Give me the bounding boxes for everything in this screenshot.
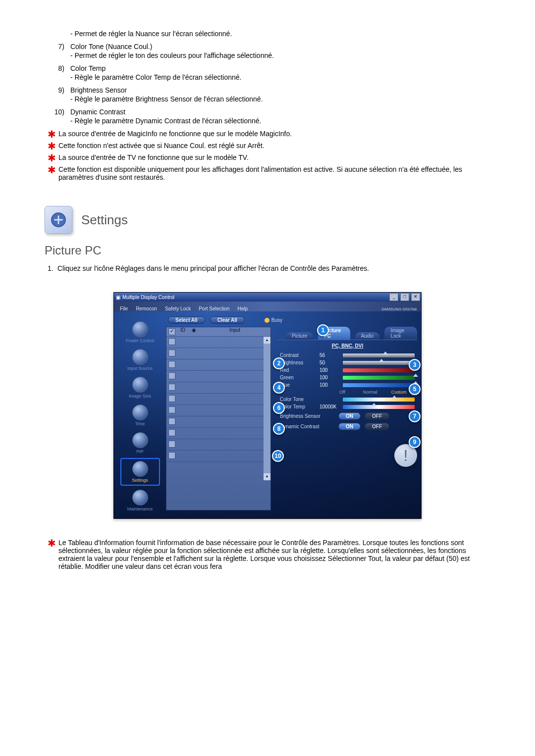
- row-contrast: Contrast 56: [280, 353, 415, 358]
- window-title: Multiple Display Control: [122, 295, 174, 300]
- menu-port-selection[interactable]: Port Selection: [195, 306, 233, 311]
- menu-safety-lock[interactable]: Safety Lock: [161, 306, 195, 311]
- note-row: ✱La source d'entrée de MagicInfo ne fonc…: [45, 130, 490, 139]
- note-row: ✱Cette fonction est disponible uniquemen…: [45, 165, 490, 181]
- table-row[interactable]: [166, 416, 264, 428]
- table-row[interactable]: [166, 451, 264, 462]
- tab-picture[interactable]: Picture: [286, 332, 313, 340]
- table-row[interactable]: [166, 371, 264, 382]
- callout-8: 8: [273, 423, 285, 435]
- sidebar: Power Control Input Source Image Size Ti…: [114, 311, 166, 513]
- callout-1: 1: [317, 324, 329, 336]
- star-icon: ✱: [45, 539, 58, 570]
- note-row: ✱La source d'entrée de TV ne fonctionne …: [45, 153, 490, 162]
- list-item: 8) Color Temp - Règle le paramètre Color…: [45, 64, 490, 81]
- callout-5: 5: [409, 383, 421, 395]
- slider-color-tone[interactable]: [342, 397, 415, 402]
- table-row[interactable]: [166, 394, 264, 405]
- section-header-settings: Settings: [45, 206, 490, 234]
- menu-remocon[interactable]: Remocon: [132, 306, 161, 311]
- row-checkbox[interactable]: [168, 406, 175, 413]
- list-item: 10) Dynamic Contrast - Règle le paramètr…: [45, 108, 490, 125]
- slider-blue[interactable]: [342, 383, 415, 388]
- scrollbar[interactable]: ▴▾: [264, 337, 270, 480]
- source-icon: [132, 349, 148, 365]
- row-checkbox[interactable]: [168, 441, 175, 448]
- sidebar-item-maintenance[interactable]: Maintenance: [121, 488, 159, 513]
- sidebar-item-image-size[interactable]: Image Size: [121, 375, 159, 401]
- dynamic-contrast-on-button[interactable]: ON: [338, 423, 361, 430]
- busy-dot-icon: [265, 318, 269, 323]
- display-table: ID ◉ Input: [166, 327, 271, 510]
- slider-contrast[interactable]: [342, 353, 415, 358]
- brightness-sensor-on-button[interactable]: ON: [338, 412, 361, 420]
- callout-2: 2: [273, 357, 285, 369]
- sidebar-item-time[interactable]: Time: [121, 403, 159, 428]
- table-row[interactable]: [166, 359, 264, 371]
- slider-green[interactable]: [342, 375, 415, 380]
- close-button[interactable]: ✕: [411, 293, 420, 301]
- brightness-sensor-off-button[interactable]: OFF: [365, 412, 389, 420]
- table-row[interactable]: [166, 439, 264, 451]
- panel-subheading: PC, BNC, DVI: [280, 343, 415, 351]
- row-checkbox[interactable]: [168, 418, 175, 425]
- table-row[interactable]: [166, 428, 264, 439]
- brand-text: SAMSUNG DIGITall: [381, 307, 419, 311]
- sidebar-item-settings[interactable]: Settings: [120, 458, 160, 486]
- power-icon: [132, 321, 148, 337]
- page-container: - Permet de régler la Nuance sur l'écran…: [45, 30, 490, 570]
- header-checkbox: [168, 328, 175, 335]
- star-icon: ✱: [45, 153, 58, 162]
- row-checkbox[interactable]: [168, 372, 175, 379]
- row-color-temp: Color Temp 10000K: [280, 404, 415, 409]
- sidebar-item-input-source[interactable]: Input Source: [121, 347, 159, 373]
- row-color-tone: Color Tone: [280, 397, 415, 402]
- table-row[interactable]: [166, 337, 264, 348]
- title-bar: ▣ Multiple Display Control _ □ ✕: [114, 293, 421, 302]
- row-checkbox[interactable]: [168, 338, 175, 345]
- row-checkbox[interactable]: [168, 361, 175, 368]
- slider-color-temp[interactable]: [342, 404, 415, 409]
- upper-list: - Permet de régler la Nuance sur l'écran…: [45, 30, 490, 125]
- star-icon: ✱: [45, 165, 58, 181]
- note-row: ✱Cette fonction n'est activée que si Nua…: [45, 142, 490, 151]
- row-checkbox[interactable]: [168, 395, 175, 402]
- list-item: - Permet de régler la Nuance sur l'écran…: [45, 30, 490, 38]
- row-checkbox[interactable]: [168, 384, 175, 391]
- clear-all-button[interactable]: Clear All: [210, 316, 245, 324]
- table-row[interactable]: [166, 382, 264, 394]
- row-blue: Blue 100: [280, 382, 415, 388]
- callout-10: 10: [272, 450, 284, 462]
- sidebar-item-power-control[interactable]: Power Control: [121, 319, 159, 345]
- busy-indicator: Busy: [265, 317, 282, 323]
- menu-help[interactable]: Help: [233, 306, 252, 311]
- tab-image-lock[interactable]: Image Lock: [384, 327, 417, 340]
- slider-red[interactable]: [342, 368, 415, 373]
- callout-6: 6: [273, 402, 285, 414]
- row-checkbox[interactable]: [168, 429, 175, 436]
- settings-panel: Picture Picture PC Audio Image Lock PC, …: [278, 327, 417, 510]
- subheading-picture-pc: Picture PC: [45, 244, 490, 257]
- table-row[interactable]: [166, 405, 264, 416]
- select-all-button[interactable]: Select All: [168, 316, 205, 324]
- row-checkbox[interactable]: [168, 350, 175, 356]
- dynamic-contrast-off-button[interactable]: OFF: [365, 423, 389, 430]
- row-green: Green 100: [280, 375, 415, 380]
- row-brightness: Brightness 50: [280, 360, 415, 365]
- maximize-button[interactable]: □: [400, 293, 409, 301]
- settings-icon: [132, 461, 148, 477]
- app-icon: ▣: [116, 295, 120, 300]
- settings-header-icon: [45, 206, 72, 234]
- table-row[interactable]: [166, 348, 264, 359]
- row-checkbox[interactable]: [168, 452, 175, 459]
- tab-audio[interactable]: Audio: [355, 332, 380, 340]
- time-icon: [132, 404, 148, 420]
- menu-file[interactable]: File: [116, 306, 132, 311]
- scroll-down-icon: ▾: [264, 473, 270, 480]
- row-brightness-sensor: Brightness Sensor ON OFF: [280, 412, 415, 420]
- slider-brightness[interactable]: [342, 360, 415, 365]
- row-dynamic-contrast: Dynamic Contrast ON OFF: [280, 423, 415, 430]
- sidebar-item-pip[interactable]: PIP: [121, 430, 159, 456]
- star-icon: ✱: [45, 142, 58, 151]
- minimize-button[interactable]: _: [389, 293, 398, 301]
